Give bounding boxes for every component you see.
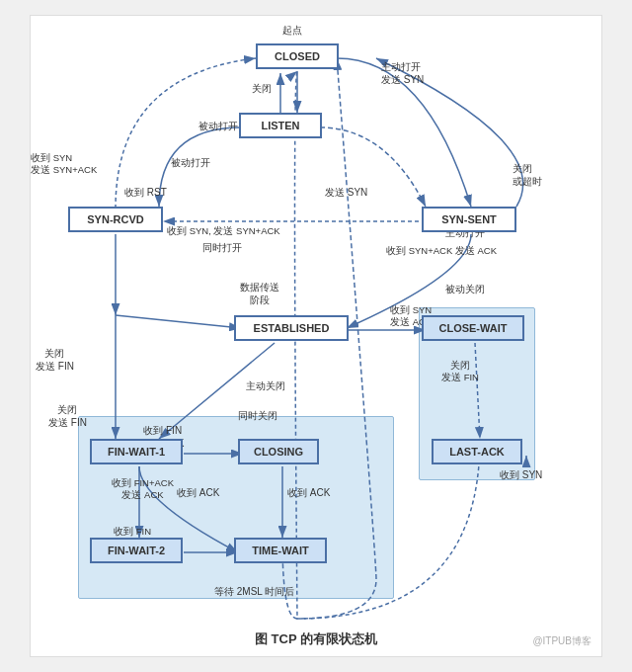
state-listen: LISTEN [239, 113, 322, 138]
label-qidian: 起点 [282, 24, 302, 37]
label-syn-ack: 收到 SYN+ACK 发送 ACK [386, 245, 497, 257]
label-passive-close: 被动关闭 [445, 283, 485, 295]
label-close-sndfin2: 关闭发送 FIN [441, 360, 479, 384]
label-rcvd-syn: 收到 SYN [500, 468, 542, 481]
label-close-sndfin1: 关闭发送 FIN [36, 347, 74, 373]
label-passive-open2: 被动打开 [171, 156, 210, 169]
label-close-timeout: 关闭或超时 [513, 162, 542, 188]
label-active-close: 主动关闭 [246, 379, 285, 392]
label-rcvd-rst: 收到 RST [124, 186, 167, 199]
watermark: @ITPUB博客 [532, 634, 592, 648]
diagram-caption: 图 TCP 的有限状态机 [31, 630, 601, 648]
label-close1: 关闭 [252, 82, 272, 95]
state-close-wait: CLOSE-WAIT [422, 315, 524, 341]
state-fin-wait-1: FIN-WAIT-1 [90, 439, 183, 464]
state-syn-rcvd: SYN-RCVD [68, 207, 163, 232]
label-data-transfer: 数据传送阶段 [240, 281, 279, 306]
label-close-sndfin3: 关闭发送 FIN [48, 403, 87, 429]
state-closed: CLOSED [256, 43, 339, 69]
state-time-wait: TIME-WAIT [234, 538, 327, 563]
label-active-open: 主动打开发送 SYN [381, 60, 424, 86]
label-rcvd-ack1: 收到 ACK [177, 486, 219, 499]
state-syn-sent: SYN-SENT [422, 207, 516, 232]
label-syn-synack2: 收到 SYN, 发送 SYN+ACK [167, 225, 280, 237]
label-simul-open: 同时打开 [202, 241, 242, 254]
state-established: ESTABLISHED [234, 315, 349, 341]
label-rcvd-ack2: 收到 ACK [287, 486, 330, 499]
state-last-ack: LAST-ACK [432, 439, 522, 464]
svg-line-5 [116, 315, 241, 328]
label-passive-open1: 被动打开 [198, 120, 238, 132]
label-wait2msl: 等待 2MSL 时间后 [214, 585, 294, 598]
diagram-container: CLOSED LISTEN SYN-RCVD SYN-SENT ESTABLIS… [30, 15, 602, 657]
label-syn-synack1: 收到 SYN发送 SYN+ACK [31, 152, 97, 177]
state-fin-wait-2: FIN-WAIT-2 [90, 538, 183, 563]
state-closing: CLOSING [238, 439, 319, 464]
label-send-syn: 发送 SYN [325, 186, 367, 199]
label-simul-close: 同时关闭 [238, 409, 277, 422]
label-rcvd-finack-sndack: 收到 FIN+ACK发送 ACK [112, 477, 174, 502]
